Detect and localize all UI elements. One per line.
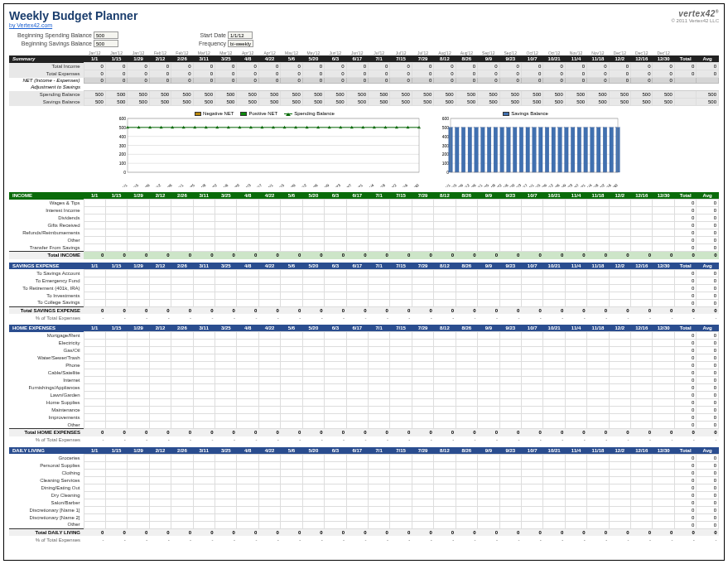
svg-rect-101 [564,128,567,172]
svg-rect-91 [499,128,503,172]
svg-text:400: 400 [441,134,449,139]
svg-rect-90 [494,128,497,172]
svg-text:2/12: 2/12 [153,183,162,187]
svg-rect-88 [480,128,484,172]
svg-text:11/4: 11/4 [366,183,374,187]
sections: INCOME1/11/151/292/122/263/113/254/84/22… [9,192,719,547]
svg-text:5/20: 5/20 [232,183,240,187]
svg-rect-97 [538,128,542,172]
svg-text:300: 300 [118,143,126,148]
svg-text:1/1: 1/1 [121,183,128,187]
svg-text:300: 300 [441,143,449,148]
svg-rect-108 [609,128,612,172]
svg-rect-92 [506,128,509,172]
svg-text:11/18: 11/18 [376,183,386,187]
svg-rect-104 [583,128,586,172]
svg-text:2/26: 2/26 [165,183,173,187]
svg-text:9/23: 9/23 [333,183,341,187]
section-savings-expense: SAVINGS EXPENSE1/11/151/292/122/263/113/… [9,263,719,322]
document: Weekly Budget Planner by Vertex42.com ve… [3,3,725,561]
svg-text:0: 0 [123,170,126,175]
svg-text:8/12: 8/12 [299,183,307,187]
svg-text:400: 400 [118,134,126,139]
frequency-label: Frequency [143,41,226,46]
svg-text:600: 600 [118,117,126,121]
summary-table: Jan'12Jan'12Jan'12Feb'12Feb'12Mar'12Mar'… [9,51,719,106]
svg-text:7/15: 7/15 [277,183,285,187]
svg-text:1/15: 1/15 [131,183,139,187]
inputs-row: Beginning Spending Balance500 Beginning … [9,31,719,47]
svg-rect-85 [461,128,465,172]
svg-text:6/3: 6/3 [244,183,251,187]
section-home-expenses: HOME EXPENSES1/11/151/292/122/263/113/25… [9,325,719,444]
savings-balance-label: Beginning Savings Balance [9,41,92,46]
svg-rect-87 [474,128,477,172]
svg-rect-99 [552,128,555,172]
svg-text:9/9: 9/9 [323,183,330,187]
svg-text:4/22: 4/22 [210,183,218,187]
svg-rect-100 [557,128,561,172]
svg-text:3/25: 3/25 [187,183,195,187]
svg-rect-95 [525,128,528,172]
section-daily-living: DAILY LIVING1/11/151/292/122/263/113/254… [9,447,719,544]
brand-logo: vertex42® [672,9,719,18]
svg-text:12/30: 12/30 [410,183,420,187]
svg-text:10/7: 10/7 [344,183,352,187]
svg-text:200: 200 [441,152,449,157]
svg-text:200: 200 [118,152,126,157]
start-date-value[interactable]: 1/1/12 [228,31,253,39]
svg-text:600: 600 [441,117,449,121]
svg-rect-98 [545,128,548,172]
svg-text:1/29: 1/29 [142,183,151,187]
svg-text:4/8: 4/8 [200,183,206,187]
savings-balance-value[interactable]: 500 [94,40,118,47]
chart-savings: Savings Balance 01002003004005006001/11/… [431,111,621,187]
spending-balance-value[interactable]: 500 [94,31,118,39]
frequency-value[interactable]: bi-weekly [228,40,253,47]
section-income: INCOME1/11/151/292/122/263/113/254/84/22… [9,192,719,259]
brand: vertex42® © 2011 Vertex42 LLC [672,9,719,23]
svg-rect-106 [596,128,600,172]
svg-rect-84 [455,128,458,172]
charts-row: Negative NETPositive NETSpending Balance… [9,111,719,187]
svg-text:100: 100 [118,161,126,166]
author-link[interactable]: by Vertex42.com [9,22,52,28]
svg-text:5/6: 5/6 [222,183,229,187]
svg-rect-86 [468,128,471,172]
svg-rect-105 [590,128,593,172]
svg-text:6/17: 6/17 [254,183,263,187]
svg-text:500: 500 [118,125,126,130]
svg-text:3/11: 3/11 [176,183,184,187]
svg-rect-89 [487,128,490,172]
svg-rect-96 [532,128,535,172]
svg-text:500: 500 [441,125,449,130]
chart-spending: Negative NETPositive NETSpending Balance… [108,111,422,187]
svg-rect-107 [603,128,606,172]
copyright: © 2011 Vertex42 LLC [672,18,719,23]
page-title: Weekly Budget Planner [9,9,137,22]
svg-rect-93 [513,128,516,172]
svg-text:12/2: 12/2 [388,183,397,187]
svg-text:100: 100 [441,161,449,166]
svg-text:7/1: 7/1 [267,183,273,187]
start-date-label: Start Date [143,32,226,38]
svg-text:12/16: 12/16 [398,183,408,187]
svg-rect-103 [577,128,581,172]
spending-balance-label: Beginning Spending Balance [9,32,92,38]
svg-rect-102 [571,128,574,172]
svg-text:10/21: 10/21 [354,183,364,187]
svg-text:7/29: 7/29 [288,183,297,187]
header: Weekly Budget Planner by Vertex42.com ve… [9,9,719,28]
svg-rect-94 [519,128,523,172]
svg-text:8/26: 8/26 [311,183,319,187]
